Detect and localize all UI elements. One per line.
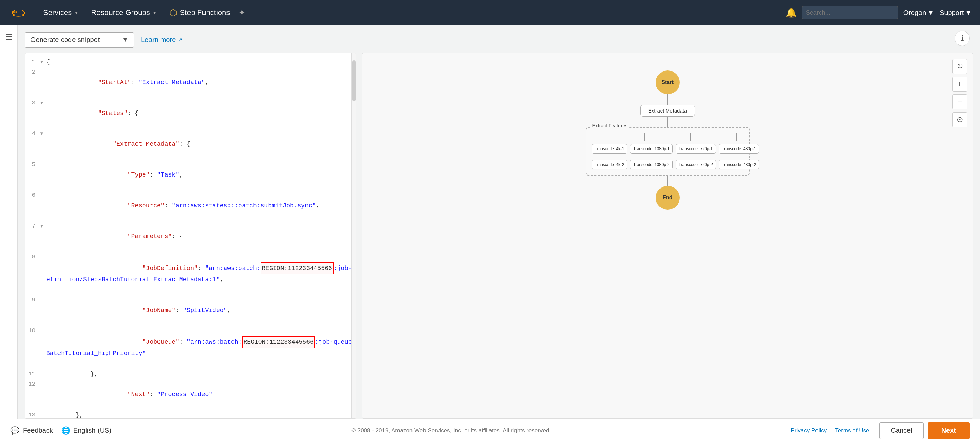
support-chevron: ▼ [965, 9, 972, 17]
code-line-10: 10 "JobQueue": "arn:aws:batch:REGION:112… [25, 326, 356, 369]
transcode-720p-1: Transcode_720p-1 [676, 144, 716, 154]
language-selector[interactable]: 🌐 English (US) [61, 426, 111, 435]
hamburger-icon[interactable]: ☰ [5, 32, 13, 42]
parallel-box: Extract Features Transcode_4k-1 Transcod… [585, 127, 750, 175]
support-label: Support [940, 9, 964, 17]
connector-parallel-end [667, 175, 668, 186]
code-line-8: 8 "JobDefinition": "arn:aws:batch:REGION… [25, 252, 356, 295]
branch-line-1 [598, 133, 599, 141]
aws-logo[interactable]: aws [8, 6, 29, 19]
privacy-policy-link[interactable]: Privacy Policy [791, 427, 827, 434]
content-area: Generate code snippet ▼ Learn more ↗ 1 ▼… [18, 25, 980, 419]
learn-more-link[interactable]: Learn more ↗ [141, 36, 182, 44]
step-functions-icon: ⬡ [169, 8, 177, 18]
resource-groups-nav[interactable]: Resource Groups ▼ [85, 0, 163, 25]
notifications-icon[interactable]: 🔔 [786, 8, 797, 18]
code-line-4: 4 ▼ "Extract Metadata": { [25, 129, 356, 159]
toolbar: Generate code snippet ▼ Learn more ↗ [18, 32, 980, 53]
region-label: Oregon [904, 9, 926, 17]
code-line-9: 9 "JobName": "SplitVideo", [25, 295, 356, 326]
step-functions-label: Step Functions [180, 8, 230, 17]
preview-controls: ↻ + − ⊙ [952, 59, 967, 127]
zoom-in-button[interactable]: + [952, 76, 967, 92]
language-label: English (US) [73, 427, 111, 434]
code-lines: 1 ▼ { 2 "StartAt": "Extract Metadata", [25, 53, 356, 418]
code-line-2: 2 "StartAt": "Extract Metadata", [25, 67, 356, 98]
main-container: ☰ Generate code snippet ▼ Learn more ↗ 1 [0, 25, 980, 419]
transcode-480p-2: Transcode_480p-2 [719, 160, 759, 169]
fit-button[interactable]: ⊙ [952, 112, 967, 127]
feedback-label: Feedback [23, 427, 53, 434]
transcode-1080p-1: Transcode_1080p-1 [630, 144, 673, 154]
editor-preview-split: 1 ▼ { 2 "StartAt": "Extract Metadata", [18, 53, 980, 419]
editor-scrollbar[interactable] [351, 53, 356, 418]
code-line-7: 7 ▼ "Parameters": { [25, 221, 356, 252]
learn-more-label: Learn more [141, 36, 176, 44]
code-line-13: 13 }, [25, 410, 356, 418]
transcode-1080p-2: Transcode_1080p-2 [630, 160, 673, 169]
scroll-thumb [352, 60, 356, 101]
bottom-bar: 💬 Feedback 🌐 English (US) © 2008 - 2019,… [0, 419, 980, 442]
extract-metadata-node: Extract Metadata [640, 105, 695, 117]
footer-links: Privacy Policy Terms of Use [791, 427, 869, 434]
code-line-11: 11 }, [25, 369, 356, 379]
zoom-out-button[interactable]: − [952, 94, 967, 110]
transcode-720p-2: Transcode_720p-2 [676, 160, 716, 169]
code-editor[interactable]: 1 ▼ { 2 "StartAt": "Extract Metadata", [25, 53, 356, 419]
region-chevron: ▼ [928, 9, 934, 17]
snippet-dropdown[interactable]: Generate code snippet ▼ [25, 32, 134, 48]
snippet-dropdown-label: Generate code snippet [30, 36, 100, 44]
end-node: End [656, 186, 680, 210]
sidebar-toggle[interactable]: ☰ [0, 25, 18, 419]
copyright-text: © 2008 - 2019, Amazon Web Services, Inc.… [111, 427, 791, 434]
branch-line-3 [690, 133, 691, 141]
resource-groups-chevron: ▼ [152, 10, 157, 15]
start-node: Start [656, 70, 680, 94]
region-selector[interactable]: Oregon ▼ [904, 9, 934, 17]
code-line-6: 6 "Resource": "arn:aws:states:::batch:su… [25, 190, 356, 221]
info-icon[interactable]: ℹ [955, 31, 970, 46]
preview-panel: ↻ + − ⊙ Start Extract Metadata [362, 53, 973, 419]
connector-start-extract [667, 94, 668, 105]
global-search-input[interactable] [802, 6, 898, 19]
cancel-button[interactable]: Cancel [880, 422, 923, 439]
resource-groups-label: Resource Groups [91, 8, 150, 17]
services-nav[interactable]: Services ▼ [37, 0, 85, 25]
external-link-icon: ↗ [178, 37, 182, 43]
action-buttons: Cancel Next [880, 422, 970, 439]
pin-icon[interactable]: ✦ [239, 8, 245, 17]
globe-icon: 🌐 [61, 426, 70, 435]
next-button[interactable]: Next [928, 422, 970, 439]
code-line-1: 1 ▼ { [25, 57, 356, 67]
state-machine-diagram: Start Extract Metadata Extract Features [362, 53, 973, 418]
dropdown-arrow-icon: ▼ [122, 36, 128, 43]
services-chevron: ▼ [74, 10, 79, 15]
nav-right-section: 🔔 Oregon ▼ Support ▼ [786, 6, 972, 19]
feedback-icon: 💬 [10, 426, 19, 435]
transcode-grid-row1: Transcode_4k-1 Transcode_1080p-1 Transco… [592, 144, 744, 154]
code-line-3: 3 ▼ "States": { [25, 98, 356, 129]
parallel-label: Extract Features [590, 123, 630, 128]
support-menu[interactable]: Support ▼ [940, 9, 972, 17]
transcode-480p-1: Transcode_480p-1 [719, 144, 759, 154]
transcode-4k-2: Transcode_4k-2 [592, 160, 627, 169]
feedback-button[interactable]: 💬 Feedback [10, 426, 53, 435]
code-line-12: 12 "Next": "Process Video" [25, 379, 356, 410]
code-line-5: 5 "Type": "Task", [25, 159, 356, 190]
branch-line-2 [644, 133, 645, 141]
top-navigation: aws Services ▼ Resource Groups ▼ ⬡ Step … [0, 0, 980, 25]
services-label: Services [43, 8, 72, 17]
svg-text:aws: aws [12, 10, 17, 14]
terms-of-use-link[interactable]: Terms of Use [835, 427, 869, 434]
branch-line-4 [736, 133, 737, 141]
connector-extract-parallel [667, 117, 668, 127]
refresh-button[interactable]: ↻ [952, 59, 967, 74]
step-functions-nav[interactable]: ⬡ Step Functions [163, 0, 236, 25]
transcode-4k-1: Transcode_4k-1 [592, 144, 627, 154]
transcode-grid-row2: Transcode_4k-2 Transcode_1080p-2 Transco… [592, 160, 744, 169]
